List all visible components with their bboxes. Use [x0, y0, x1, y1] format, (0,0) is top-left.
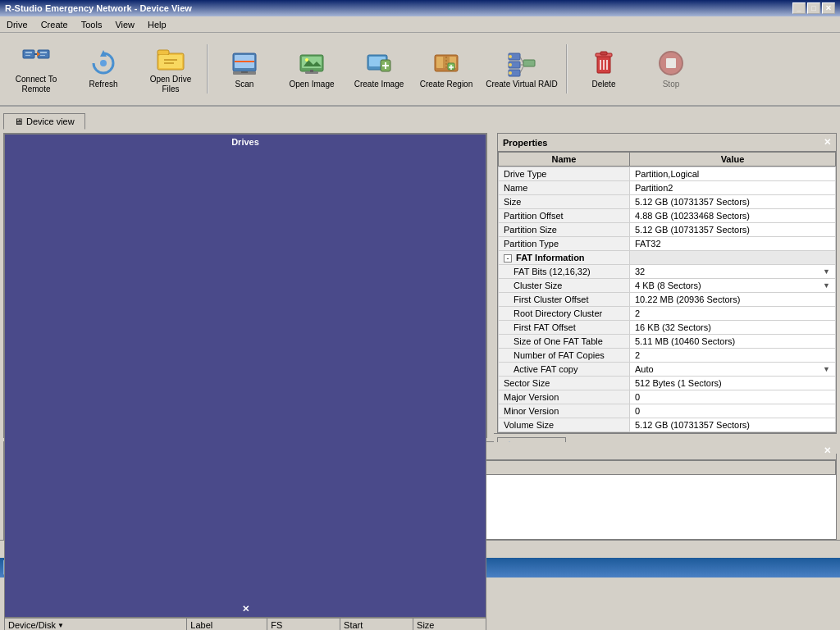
- svg-rect-41: [523, 60, 535, 66]
- create-image-icon: [364, 48, 394, 78]
- stop-icon: [656, 48, 686, 78]
- list-item[interactable]: First FAT Offset 16 KB (32 Sectors): [499, 321, 836, 335]
- toolbar: Connect To Remote Refresh Open Drive Fil…: [0, 33, 840, 107]
- svg-rect-25: [310, 70, 313, 72]
- create-region-button[interactable]: Create Region: [413, 36, 479, 102]
- menu-view[interactable]: View: [112, 19, 138, 30]
- connect-remote-button[interactable]: Connect To Remote: [3, 36, 69, 102]
- col-size-header[interactable]: Size: [413, 619, 486, 631]
- svg-point-46: [509, 63, 512, 66]
- title-bar-buttons: _ □ ✕: [792, 2, 835, 14]
- stop-button[interactable]: Stop: [638, 36, 704, 102]
- list-item[interactable]: Sector Size 512 Bytes (1 Sectors): [499, 377, 836, 390]
- svg-rect-7: [40, 55, 45, 56]
- svg-line-44: [520, 66, 523, 73]
- list-item[interactable]: Size 5.12 GB (10731357 Sectors): [499, 195, 836, 209]
- col-start-header[interactable]: Start: [340, 619, 413, 631]
- svg-rect-4: [25, 52, 32, 53]
- properties-title: Properties: [503, 138, 547, 148]
- list-item[interactable]: Partition Offset 4.88 GB (10233468 Secto…: [499, 209, 836, 223]
- drives-panel-header: Drives ✕: [4, 134, 486, 618]
- raid-icon: [507, 48, 536, 78]
- col-label-header[interactable]: Label: [187, 619, 267, 631]
- svg-rect-0: [23, 50, 34, 58]
- list-item[interactable]: First Cluster Offset 10.22 MB (20936 Sec…: [499, 293, 836, 307]
- log-close-button[interactable]: ✕: [824, 445, 831, 456]
- create-virtual-raid-button[interactable]: Create Virtual RAID: [481, 36, 563, 102]
- fat-expand-icon[interactable]: -: [504, 254, 512, 262]
- title-bar: R-Studio Emergency Network - Device View…: [0, 0, 840, 16]
- list-item[interactable]: Name Partition2: [499, 181, 836, 195]
- refresh-label: Refresh: [89, 80, 117, 89]
- tab-device-view-label: Device view: [26, 116, 75, 126]
- list-item[interactable]: Minor Version 0: [499, 404, 836, 418]
- svg-rect-12: [159, 55, 182, 68]
- stop-label: Stop: [663, 80, 680, 89]
- props-scroll: Drive Type Partition,Logical Name Partit…: [498, 167, 836, 432]
- refresh-icon: [89, 48, 118, 78]
- app-title: R-Studio Emergency Network - Device View: [5, 3, 192, 13]
- menu-create[interactable]: Create: [38, 19, 71, 30]
- tab-device-view[interactable]: 🖥 Device view: [3, 113, 85, 130]
- create-region-label: Create Region: [420, 80, 472, 89]
- list-item[interactable]: Major Version 0: [499, 390, 836, 404]
- scan-icon: [230, 48, 259, 78]
- svg-point-23: [305, 58, 308, 62]
- refresh-button[interactable]: Refresh: [71, 36, 136, 102]
- drives-title: Drives: [231, 137, 259, 147]
- minimize-button[interactable]: _: [792, 2, 806, 14]
- list-item[interactable]: Cluster Size 4 KB (8 Sectors)▼: [499, 279, 836, 293]
- col-device-header[interactable]: Device/Disk ▼: [5, 619, 187, 631]
- list-item[interactable]: Active FAT copy Auto▼: [499, 363, 836, 377]
- properties-panel-header: Properties ✕: [498, 134, 836, 152]
- close-button[interactable]: ✕: [822, 2, 835, 14]
- open-image-button[interactable]: Open Image: [279, 36, 345, 102]
- list-item: - FAT Information: [499, 251, 836, 265]
- svg-line-42: [520, 57, 523, 63]
- connect-icon: [21, 43, 51, 73]
- open-image-icon: [297, 48, 326, 78]
- list-item[interactable]: Drive Type Partition,Logical: [499, 167, 836, 181]
- toolbar-separator-2: [566, 44, 568, 94]
- create-image-button[interactable]: Create Image: [346, 36, 412, 102]
- create-virtual-raid-label: Create Virtual RAID: [486, 80, 558, 89]
- tab-device-view-icon: 🖥: [14, 116, 23, 126]
- list-item[interactable]: Number of FAT Copies 2: [499, 349, 836, 363]
- toolbar-separator-1: [207, 44, 208, 94]
- right-panel: Properties ✕ Name Value: [494, 133, 837, 438]
- menu-help[interactable]: Help: [144, 19, 170, 30]
- svg-rect-6: [40, 52, 47, 53]
- folder-icon: [156, 43, 185, 73]
- list-item[interactable]: Size of One FAT Table 5.11 MB (10460 Sec…: [499, 335, 836, 349]
- maximize-button[interactable]: □: [807, 2, 820, 14]
- connect-remote-label: Connect To Remote: [7, 75, 65, 94]
- props-header-row: Name Value: [499, 153, 836, 167]
- svg-rect-11: [158, 50, 169, 55]
- scan-button[interactable]: Scan: [212, 36, 277, 102]
- sort-icon: ▼: [57, 622, 64, 629]
- dropdown-arrow[interactable]: ▼: [823, 365, 830, 373]
- menu-bar: Drive Create Tools View Help: [0, 16, 840, 33]
- drives-table: Device/Disk ▼ Label FS Start Size: [4, 618, 486, 630]
- open-drive-files-label: Open Drive Files: [142, 75, 199, 94]
- list-item[interactable]: FAT Bits (12,16,32) 32▼: [499, 265, 836, 279]
- scan-label: Scan: [235, 80, 254, 89]
- properties-close-button[interactable]: ✕: [824, 137, 831, 148]
- drives-panel: Drives ✕ Device/Disk ▼: [3, 133, 487, 438]
- svg-rect-19: [241, 71, 248, 73]
- list-item[interactable]: Root Directory Cluster 2: [499, 307, 836, 321]
- menu-drive[interactable]: Drive: [3, 19, 31, 30]
- delete-button[interactable]: Delete: [571, 36, 637, 102]
- svg-rect-55: [666, 58, 676, 68]
- list-item[interactable]: Volume Size 5.12 GB (10731357 Sectors): [499, 418, 836, 432]
- list-item[interactable]: Partition Type FAT32: [499, 237, 836, 251]
- menu-tools[interactable]: Tools: [78, 19, 106, 30]
- svg-point-45: [509, 55, 512, 58]
- drives-close-button[interactable]: ✕: [242, 604, 249, 614]
- svg-point-9: [100, 60, 107, 66]
- col-fs-header[interactable]: FS: [267, 619, 340, 631]
- dropdown-arrow[interactable]: ▼: [823, 267, 830, 276]
- dropdown-arrow[interactable]: ▼: [823, 281, 830, 290]
- open-drive-files-button[interactable]: Open Drive Files: [138, 36, 203, 102]
- list-item[interactable]: Partition Size 5.12 GB (10731357 Sectors…: [499, 223, 836, 237]
